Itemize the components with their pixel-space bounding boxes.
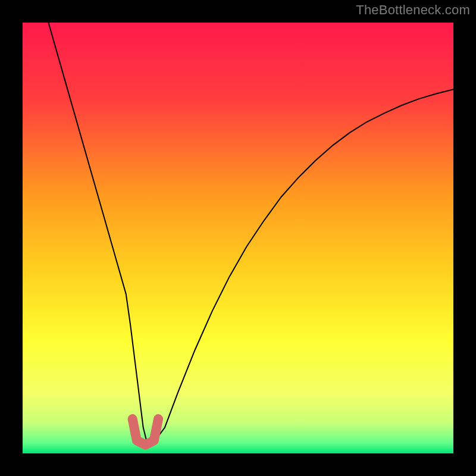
plot-area (23, 23, 453, 453)
gradient-background (23, 23, 453, 453)
bottleneck-chart (23, 23, 453, 453)
watermark-text: TheBottleneck.com (356, 2, 470, 18)
chart-frame: TheBottleneck.com (0, 0, 476, 476)
